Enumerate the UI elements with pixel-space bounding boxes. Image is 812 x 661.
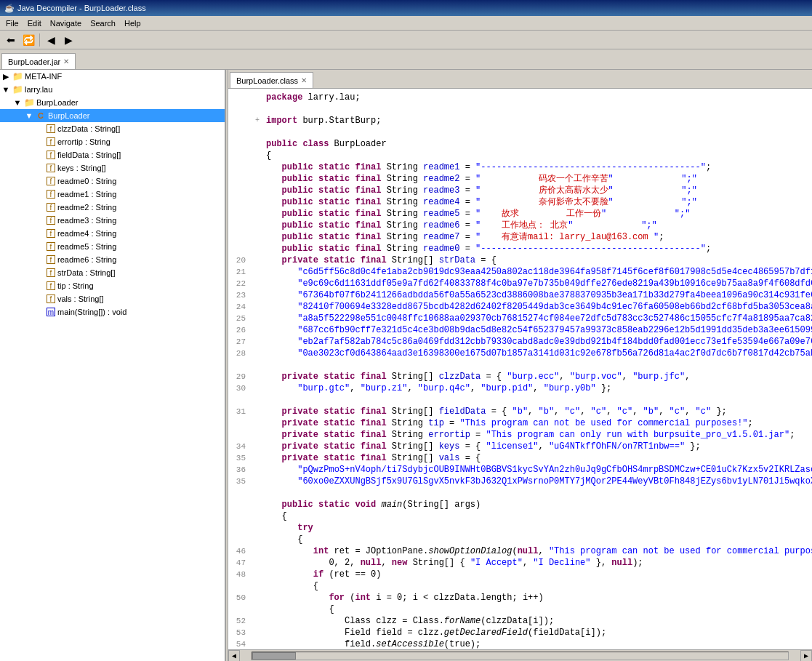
code-line-readme6: public static final String readme6 = " 工… xyxy=(228,220,812,231)
line-num-35b: 35 xyxy=(228,476,252,487)
tree-item-readme6[interactable]: f readme6 : String xyxy=(0,253,225,266)
line-content-35: private static final String[] vals = { xyxy=(263,452,812,464)
code-line-try: try xyxy=(228,522,812,534)
line-content-53: Field field = clzz.getDeclaredField(fiel… xyxy=(263,627,812,638)
line-content-28: "0ae3023cf0d643864aad3e16398300e1675d07b… xyxy=(263,348,812,359)
class-tab-label: BurpLoader.class xyxy=(236,76,298,85)
line-num-20: 20 xyxy=(228,255,252,266)
tree-label-main: main(String[]) : void xyxy=(57,308,126,316)
tree-item-readme5[interactable]: f readme5 : String xyxy=(0,240,225,253)
folder-icon-larry-lau: 📁 xyxy=(12,84,23,95)
line-content-class-decl: public class BurpLoader xyxy=(263,138,812,150)
tree-item-readme2[interactable]: f readme2 : String xyxy=(0,201,225,214)
tree-item-readme1[interactable]: f readme1 : String xyxy=(0,188,225,201)
line-content-blank5 xyxy=(263,487,812,499)
line-content-r5: public static final String readme5 = " 故… xyxy=(263,208,812,220)
line-content-r4: public static final String readme4 = " 奈… xyxy=(263,196,812,208)
code-line-tip: private static final String tip = "This … xyxy=(228,417,812,429)
line-content-36: "pQwzPmoS+nV4oph/ti7SdybjcOUB9INWHt0BGBV… xyxy=(263,464,812,476)
code-line-53: 53 Field field = clzz.getDeclaredField(f… xyxy=(228,627,812,638)
line-content-20: private static final String[] strData = … xyxy=(263,255,812,266)
code-line-50: 50 for (int i = 0; i < clzzData.length; … xyxy=(228,592,812,604)
tree-label-clzzdata: clzzData : String[] xyxy=(57,124,120,133)
tree-label-readme1: readme1 : String xyxy=(57,190,116,199)
horizontal-scrollbar[interactable]: ◀ ▶ xyxy=(228,649,812,661)
toolbar-next-btn[interactable]: ▶ xyxy=(60,32,76,48)
field-icon-fielddata: f xyxy=(47,151,55,159)
code-line-import: + import burp.StartBurp; xyxy=(228,115,812,127)
line-content-22: "e9c69c6d11631ddf05e9a7fd62f40833788f4c0… xyxy=(263,278,812,289)
expand-burploader-class[interactable]: ▼ xyxy=(23,110,35,121)
class-tab-close[interactable]: ✕ xyxy=(301,76,307,84)
line-num-25: 25 xyxy=(228,313,252,324)
menu-help[interactable]: Help xyxy=(120,16,145,30)
tree-item-readme3[interactable]: f readme3 : String xyxy=(0,214,225,227)
expand-meta-inf[interactable]: ▶ xyxy=(0,71,12,82)
jar-tab-label: BurpLoader.jar xyxy=(8,57,60,66)
hscroll-left-btn[interactable]: ◀ xyxy=(228,650,240,662)
tree-item-burploader-pkg[interactable]: ▼ 📁 BurpLoader xyxy=(0,96,225,109)
tree-label-fielddata: fieldData : String[] xyxy=(57,151,121,159)
code-view[interactable]: package larry.lau; + import burp.StartBu… xyxy=(228,89,812,649)
code-line-30: 30 "burp.gtc", "burp.zi", "burp.q4c", "b… xyxy=(228,382,812,394)
line-content-pkg: package larry.lau; xyxy=(263,92,812,103)
tree-item-readme0[interactable]: f readme0 : String xyxy=(0,175,225,188)
line-content-r6: public static final String readme6 = " 工… xyxy=(263,220,812,231)
line-content-r7: public static final String readme7 = " 有… xyxy=(263,231,812,243)
code-line-brace1: { xyxy=(228,150,812,161)
line-num-24: 24 xyxy=(228,301,252,313)
field-icon-readme6: f xyxy=(47,255,55,264)
toolbar-separator xyxy=(39,33,40,47)
tree-item-main[interactable]: m main(String[]) : void xyxy=(0,305,225,319)
expand-import[interactable]: + xyxy=(252,115,263,127)
field-icon-strdata: f xyxy=(47,268,55,277)
menu-navigate[interactable]: Navigate xyxy=(46,16,86,30)
line-content-26: "687cc6fb90cff7e321d5c4ce3bd08b9dac5d8e8… xyxy=(263,324,812,336)
line-content-21: "c6d5ff56c8d0c4fe1aba2cb9019dc93eaa4250a… xyxy=(263,266,812,278)
menu-edit[interactable]: Edit xyxy=(23,16,46,30)
code-line-26: 26 "687cc6fb90cff7e321d5c4ce3bd08b9dac5d… xyxy=(228,324,812,336)
field-icon-vals: f xyxy=(47,295,55,303)
code-line-blank2 xyxy=(228,127,812,138)
tree-item-strdata[interactable]: f strData : String[] xyxy=(0,266,225,279)
field-icon-readme3: f xyxy=(47,216,55,225)
menu-file[interactable]: File xyxy=(1,16,23,30)
line-content-29: private static final String[] clzzData =… xyxy=(263,371,812,382)
menu-search[interactable]: Search xyxy=(86,16,120,30)
field-icon-readme1: f xyxy=(47,190,55,199)
jar-tab-close[interactable]: ✕ xyxy=(63,57,69,65)
hscroll-thumb[interactable] xyxy=(252,652,296,660)
tree-item-clzzdata[interactable]: f clzzData : String[] xyxy=(0,122,225,135)
tree-item-tip[interactable]: f tip : String xyxy=(0,279,225,292)
expand-larry-lau[interactable]: ▼ xyxy=(0,84,12,95)
field-icon-errortip: f xyxy=(47,137,55,146)
tree-item-vals[interactable]: f vals : String[] xyxy=(0,292,225,305)
tree-item-readme4[interactable]: f readme4 : String xyxy=(0,227,225,240)
menu-bar: File Edit Navigate Search Help xyxy=(0,16,812,31)
tree-label-readme2: readme2 : String xyxy=(57,203,116,212)
class-tab[interactable]: BurpLoader.class ✕ xyxy=(230,72,313,88)
tree-item-keys[interactable]: f keys : String[] xyxy=(0,161,225,175)
tree-label-meta-inf: META-INF xyxy=(25,72,62,81)
title-bar: ☕ Java Decompiler - BurpLoader.class xyxy=(0,0,812,16)
code-line-blank4 xyxy=(228,394,812,406)
tree-item-errortip[interactable]: f errortip : String xyxy=(0,135,225,148)
line-content-25: "a8a5f522298e551c0048ffc10688aa029370cb7… xyxy=(263,313,812,324)
code-line-28: 28 "0ae3023cf0d643864aad3e16398300e1675d… xyxy=(228,348,812,359)
line-num-48: 48 xyxy=(228,569,252,580)
jar-tab[interactable]: BurpLoader.jar ✕ xyxy=(1,53,76,69)
toolbar-refresh-btn[interactable]: 🔁 xyxy=(20,32,36,48)
toolbar: ⬅ 🔁 ◀ ▶ xyxy=(0,31,812,49)
hscroll-right-btn[interactable]: ▶ xyxy=(800,650,812,662)
tree-label-readme4: readme4 : String xyxy=(57,229,116,238)
hscroll-track[interactable] xyxy=(252,652,789,660)
toolbar-back-btn[interactable]: ⬅ xyxy=(3,32,19,48)
toolbar-prev-btn[interactable]: ◀ xyxy=(43,32,59,48)
expand-burploader-pkg[interactable]: ▼ xyxy=(12,97,23,108)
tree-item-fielddata[interactable]: f fieldData : String[] xyxy=(0,148,225,161)
tree-item-burploader-class[interactable]: ▼ C BurpLoader xyxy=(0,109,225,122)
tree-item-meta-inf[interactable]: ▶ 📁 META-INF xyxy=(0,70,225,83)
tree-item-larry-lau[interactable]: ▼ 📁 larry.lau xyxy=(0,83,225,96)
tree-label-readme0: readme0 : String xyxy=(57,177,116,185)
field-icon-readme5: f xyxy=(47,242,55,251)
